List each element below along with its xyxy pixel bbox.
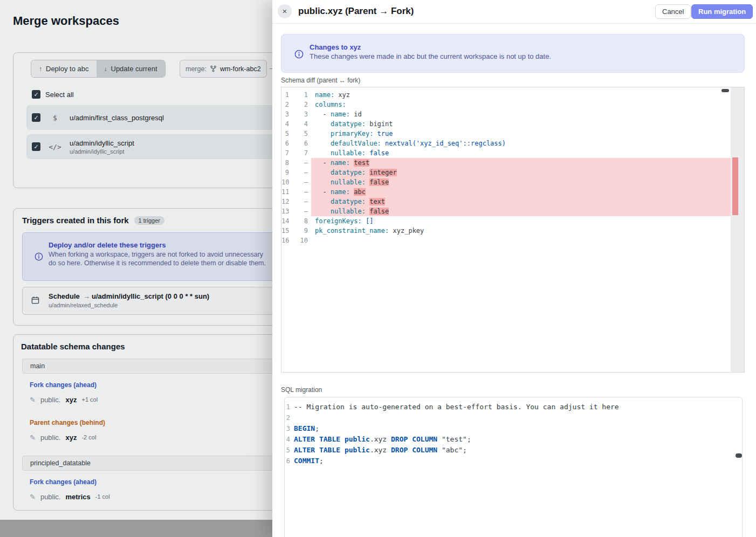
changes-banner: Changes to xyz These changes were made i… (281, 34, 745, 73)
sql-line-code: BEGIN; (291, 423, 733, 434)
diff-line-number-parent: 3 (281, 109, 291, 119)
code-token: name: (331, 159, 350, 167)
diff-line-number-fork: 1 (291, 90, 311, 100)
code-token (315, 149, 331, 157)
code-token: text (369, 198, 385, 205)
code-token: test (354, 159, 369, 167)
diff-line-code: defaultValue: nextval('xyz_id_seq'::regc… (311, 139, 731, 148)
diff-line-code: datatype: text (311, 197, 731, 206)
code-token: bigint (366, 120, 393, 128)
diff-line-number-fork: – (291, 158, 311, 168)
sql-line: 1-- Migration is auto-generated on a bes… (285, 402, 733, 412)
sql-migration-editor[interactable]: 1-- Migration is auto-generated on a bes… (284, 397, 743, 537)
code-token: DROP COLUMN (391, 446, 442, 454)
schema-diff-label: Schema diff (parent ↔ fork) (281, 77, 360, 84)
diff-line-number-parent: 13 (281, 206, 291, 216)
sql-line-code: ALTER TABLE public.xyz DROP COLUMN "test… (291, 434, 733, 445)
code-token: "abc"; (442, 446, 467, 454)
code-token: datatype: (331, 198, 366, 205)
code-token: - (315, 159, 331, 167)
code-token: false (369, 178, 389, 186)
sql-line-number: 3 (285, 423, 291, 434)
diff-line: 10– nullable: false (281, 177, 731, 187)
diff-line-number-fork: 10 (291, 236, 311, 245)
code-token: false (369, 208, 389, 215)
sql-scrollbar-thumb[interactable] (736, 453, 742, 458)
diff-line-number-fork: 3 (291, 109, 311, 119)
sql-line: 5ALTER TABLE public.xyz DROP COLUMN "abc… (285, 445, 733, 456)
sql-line-code: ALTER TABLE public.xyz DROP COLUMN "abc"… (291, 445, 733, 456)
diff-line: 148foreignKeys: [] (281, 216, 731, 226)
code-token: ALTER TABLE (294, 435, 345, 443)
code-token (315, 140, 331, 147)
diff-line-code: datatype: integer (311, 168, 731, 177)
code-token: name: (331, 188, 350, 196)
diff-line-number-parent: 15 (281, 226, 291, 236)
code-token: nullable: (331, 208, 366, 215)
schema-diff-editor[interactable]: 11name: xyz22columns:33 - name: id44 dat… (281, 87, 745, 373)
code-token: nullable: (331, 178, 366, 186)
sql-line: 3BEGIN; (285, 423, 733, 434)
sql-line: 4ALTER TABLE public.xyz DROP COLUMN "tes… (285, 434, 733, 445)
code-token: public (345, 446, 370, 454)
diff-line-number-parent: 6 (281, 139, 291, 148)
code-token: BEGIN (294, 424, 315, 432)
code-token: ; (319, 457, 324, 465)
diff-line: 159pk_constraint_name: xyz_pkey (281, 226, 731, 236)
code-token: DROP COLUMN (391, 435, 442, 443)
diff-line-code (311, 236, 731, 245)
diff-line-number-parent: 2 (281, 100, 291, 109)
diff-line-number-fork: – (291, 168, 311, 177)
diff-line: 9– datatype: integer (281, 168, 731, 177)
diff-line-number-fork: – (291, 187, 311, 197)
diff-line-code: datatype: bigint (311, 119, 731, 129)
code-token: foreignKeys: (315, 217, 362, 225)
code-token: .xyz (370, 446, 391, 454)
diff-line: 11name: xyz (281, 90, 731, 100)
code-token (315, 130, 331, 137)
drawer-header: × public.xyz (Parent → Fork) Cancel Run … (272, 0, 756, 24)
sql-line: 6COMMIT; (285, 456, 733, 466)
diff-line: 22columns: (281, 100, 731, 109)
diff-line-code: primaryKey: true (311, 129, 731, 139)
code-token: columns: (315, 101, 346, 108)
code-token: "test"; (442, 435, 471, 443)
diff-line-number-fork: – (291, 197, 311, 206)
run-migration-button[interactable]: Run migration (691, 4, 753, 19)
code-token (315, 169, 331, 176)
diff-line-code: columns: (311, 100, 731, 109)
sql-line: 2 (285, 412, 733, 423)
sql-lines: 1-- Migration is auto-generated on a bes… (285, 402, 733, 466)
diff-line: 8– - name: test (281, 158, 731, 168)
code-token (315, 208, 331, 215)
code-token: - (315, 111, 331, 118)
diff-line-number-parent: 4 (281, 119, 291, 129)
code-token: -- Migration is auto-generated on a best… (294, 403, 619, 411)
code-token: defaultValue: (331, 140, 381, 147)
sql-line-code: COMMIT; (291, 456, 733, 466)
code-token: nextval('xyz_id_seq'::regclass) (381, 140, 506, 147)
cancel-button[interactable]: Cancel (655, 4, 691, 19)
diff-line-number-parent: 14 (281, 216, 291, 226)
close-icon[interactable]: × (278, 4, 292, 18)
code-token: ALTER TABLE (294, 446, 345, 454)
sql-migration-label: SQL migration (281, 386, 322, 394)
diff-overview-ruler[interactable] (731, 87, 744, 372)
diff-line-number-fork: 7 (291, 148, 311, 158)
sql-line-code (291, 412, 733, 423)
diff-line-code: foreignKeys: [] (311, 216, 731, 226)
diff-line: 77 nullable: false (281, 148, 731, 158)
diff-line-number-parent: 1 (281, 90, 291, 100)
diff-line-code: pk_constraint_name: xyz_pkey (311, 226, 731, 236)
diff-line-number-fork: 8 (291, 216, 311, 226)
diff-line-code: name: xyz (311, 90, 731, 100)
code-token: name: (331, 111, 350, 118)
diff-scrollbar-thumb[interactable] (721, 89, 729, 92)
code-token: nullable: (331, 149, 366, 157)
diff-line-number-parent: 10 (281, 177, 291, 187)
diff-line: 12– datatype: text (281, 197, 731, 206)
diff-line-code: nullable: false (311, 206, 731, 216)
diff-removed-marker (732, 157, 738, 215)
diff-line-code: - name: abc (311, 187, 731, 197)
diff-line-number-parent: 9 (281, 168, 291, 177)
